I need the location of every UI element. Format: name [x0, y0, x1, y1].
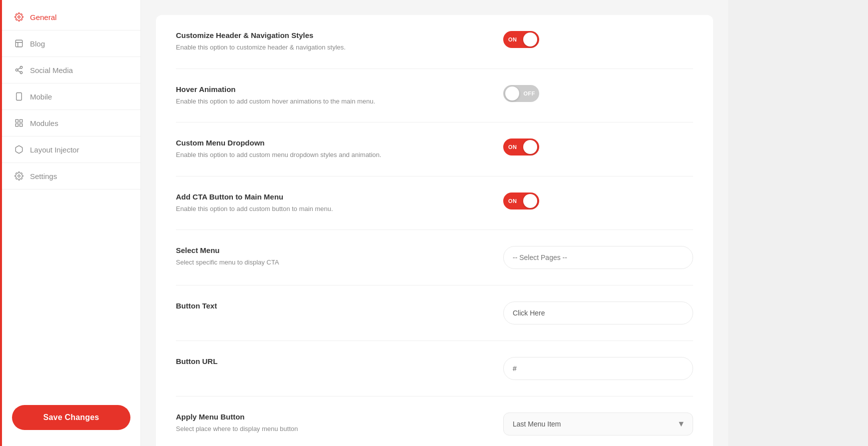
sidebar: General Blog Social Media Mobile — [2, 0, 141, 446]
setting-customize-header: Customize Header & Navigation Styles Ena… — [176, 15, 693, 69]
toggle-knob-add-cta-button — [523, 194, 537, 208]
toggle-slider-add-cta-button: ON — [503, 192, 539, 210]
setting-select-menu: Select Menu Select specific menu to disp… — [176, 230, 693, 286]
gear-icon — [14, 12, 24, 22]
setting-desc-hover-animation: Enable this option to add custom hover a… — [176, 96, 460, 106]
setting-control-button-url — [503, 357, 693, 380]
setting-desc-add-cta-button: Enable this option to add custom button … — [176, 204, 460, 214]
svg-rect-0 — [15, 40, 22, 47]
setting-info-custom-menu-dropdown: Custom Menu Dropdown Enable this option … — [176, 138, 460, 160]
setting-control-apply-menu-button: Last Menu Item First Menu Item ▼ — [503, 412, 693, 436]
mobile-icon — [14, 92, 24, 102]
setting-info-apply-menu-button: Apply Menu Button Select place where to … — [176, 412, 460, 434]
sidebar-item-blog-label: Blog — [30, 40, 45, 48]
toggle-label-on-customize-header: ON — [508, 36, 517, 42]
svg-rect-4 — [16, 93, 22, 100]
toggle-slider-customize-header: ON — [503, 31, 539, 48]
svg-rect-7 — [20, 124, 22, 126]
toggle-knob-custom-menu-dropdown — [523, 140, 537, 154]
setting-control-custom-menu-dropdown: ON — [503, 138, 693, 156]
setting-title-apply-menu-button: Apply Menu Button — [176, 412, 460, 421]
toggle-knob-hover-animation — [505, 86, 519, 100]
sidebar-item-mobile-label: Mobile — [30, 92, 52, 101]
setting-custom-menu-dropdown: Custom Menu Dropdown Enable this option … — [176, 122, 693, 176]
setting-apply-menu-button: Apply Menu Button Select place where to … — [176, 396, 693, 446]
toggle-label-on-add-cta-button: ON — [508, 198, 517, 204]
toggle-customize-header[interactable]: ON — [503, 31, 539, 48]
svg-point-3 — [20, 72, 22, 74]
sidebar-item-blog[interactable]: Blog — [2, 30, 140, 57]
settings-icon — [14, 171, 24, 181]
layout-icon — [14, 144, 24, 154]
setting-desc-custom-menu-dropdown: Enable this option to add custom menu dr… — [176, 150, 460, 160]
setting-title-add-cta-button: Add CTA Button to Main Menu — [176, 192, 460, 201]
sidebar-item-modules[interactable]: Modules — [2, 110, 140, 136]
svg-point-9 — [18, 175, 20, 178]
toggle-hover-animation[interactable]: OFF — [503, 85, 539, 102]
apply-menu-select-wrap: Last Menu Item First Menu Item ▼ — [503, 412, 693, 436]
setting-hover-animation: Hover Animation Enable this option to ad… — [176, 69, 693, 123]
svg-rect-8 — [15, 124, 18, 126]
sidebar-item-layout-injector-label: Layout Injector — [30, 146, 79, 154]
toggle-label-off-hover-animation: OFF — [524, 90, 536, 96]
setting-button-text: Button Text — [176, 286, 693, 341]
svg-rect-6 — [20, 120, 22, 122]
setting-add-cta-button: Add CTA Button to Main Menu Enable this … — [176, 176, 693, 230]
setting-info-customize-header: Customize Header & Navigation Styles Ena… — [176, 31, 460, 52]
sidebar-nav: General Blog Social Media Mobile — [2, 0, 140, 393]
sidebar-item-layout-injector[interactable]: Layout Injector — [2, 136, 140, 163]
save-changes-button[interactable]: Save Changes — [12, 405, 130, 430]
button-url-input[interactable] — [503, 357, 693, 380]
setting-title-button-url: Button URL — [176, 357, 460, 366]
setting-control-add-cta-button: ON — [503, 192, 693, 210]
svg-point-2 — [15, 69, 18, 72]
setting-desc-apply-menu-button: Select place where to display menu butto… — [176, 424, 460, 434]
toggle-slider-hover-animation: OFF — [503, 85, 539, 102]
setting-info-button-text: Button Text — [176, 302, 460, 313]
content-panel: Customize Header & Navigation Styles Ena… — [156, 15, 713, 446]
modules-icon — [14, 118, 24, 128]
setting-button-url: Button URL — [176, 341, 693, 396]
setting-title-customize-header: Customize Header & Navigation Styles — [176, 31, 460, 40]
sidebar-item-modules-label: Modules — [30, 119, 58, 128]
setting-title-custom-menu-dropdown: Custom Menu Dropdown — [176, 138, 460, 147]
setting-info-button-url: Button URL — [176, 357, 460, 368]
toggle-knob-customize-header — [523, 32, 537, 46]
toggle-custom-menu-dropdown[interactable]: ON — [503, 138, 539, 156]
setting-control-button-text — [503, 302, 693, 324]
blog-icon — [14, 38, 24, 48]
main-content: Customize Header & Navigation Styles Ena… — [141, 0, 728, 446]
sidebar-item-general[interactable]: General — [2, 4, 140, 30]
svg-point-1 — [20, 66, 22, 69]
setting-desc-customize-header: Enable this option to customize header &… — [176, 42, 460, 52]
sidebar-item-mobile[interactable]: Mobile — [2, 84, 140, 110]
setting-control-select-menu — [503, 246, 693, 269]
sidebar-item-general-label: General — [30, 13, 56, 22]
apply-menu-select[interactable]: Last Menu Item First Menu Item — [503, 412, 693, 436]
sidebar-item-social-media[interactable]: Social Media — [2, 57, 140, 84]
setting-info-select-menu: Select Menu Select specific menu to disp… — [176, 246, 460, 268]
sidebar-item-social-media-label: Social Media — [30, 66, 73, 74]
setting-title-button-text: Button Text — [176, 302, 460, 310]
setting-info-hover-animation: Hover Animation Enable this option to ad… — [176, 85, 460, 106]
select-menu-input[interactable] — [503, 246, 693, 269]
save-button-area: Save Changes — [2, 393, 140, 446]
sidebar-item-settings[interactable]: Settings — [2, 163, 140, 190]
right-panel — [728, 0, 868, 446]
toggle-slider-custom-menu-dropdown: ON — [503, 138, 539, 156]
svg-rect-5 — [15, 120, 18, 122]
social-icon — [14, 65, 24, 75]
button-text-input[interactable] — [503, 302, 693, 324]
setting-control-customize-header: ON — [503, 31, 693, 48]
setting-title-hover-animation: Hover Animation — [176, 85, 460, 94]
sidebar-item-settings-label: Settings — [30, 172, 57, 180]
setting-title-select-menu: Select Menu — [176, 246, 460, 254]
toggle-add-cta-button[interactable]: ON — [503, 192, 539, 210]
setting-info-add-cta-button: Add CTA Button to Main Menu Enable this … — [176, 192, 460, 214]
setting-control-hover-animation: OFF — [503, 85, 693, 102]
toggle-label-on-custom-menu-dropdown: ON — [508, 144, 517, 150]
setting-desc-select-menu: Select specific menu to display CTA — [176, 258, 460, 268]
